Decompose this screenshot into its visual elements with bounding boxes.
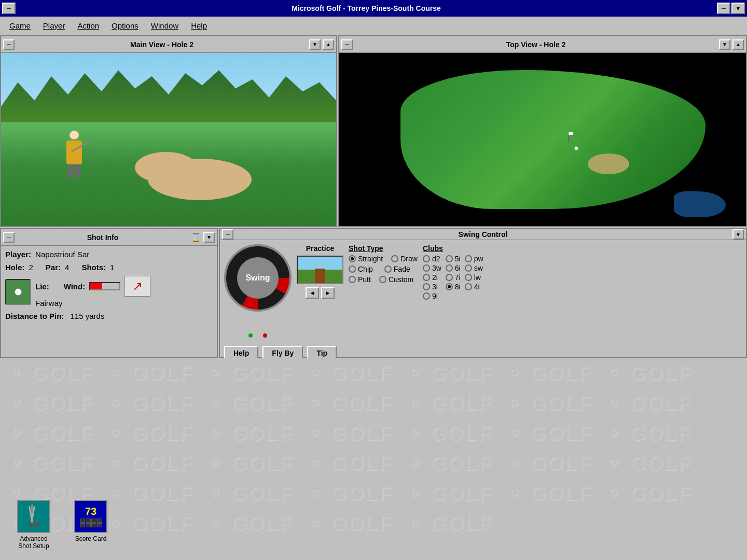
swing-indicator (248, 333, 267, 338)
radio-custom[interactable] (379, 276, 386, 283)
bg-word-20: ⚬ GOLF (499, 418, 598, 448)
swing-control-scroll-down[interactable]: ▼ (732, 229, 744, 240)
radio-d2[interactable] (423, 255, 430, 262)
radio-straight[interactable] (349, 255, 356, 262)
main-view-scroll-down[interactable]: ▼ (309, 39, 321, 50)
clubs-title: Clubs (423, 244, 483, 253)
label-9i: 9i (432, 292, 438, 300)
shot-type-section: Shot Type Straight Draw Chip Fade (349, 244, 418, 338)
top-view-scroll-down[interactable]: ▼ (719, 39, 730, 50)
bg-word-37: ⚬ GOLF (100, 508, 199, 538)
main-view-canvas[interactable] (1, 53, 336, 226)
desktop-icons: AdvancedShot Setup 73 Sc (10, 500, 114, 550)
top-view-canvas[interactable] (339, 53, 746, 226)
bg-word-11: ⚬ GOLF (299, 388, 399, 418)
lie-icon (5, 279, 31, 305)
bg-word-23: ⚬ GOLF (100, 448, 199, 478)
swing-control-title: Swing Control (236, 230, 730, 239)
maximize-button[interactable]: ▼ (731, 3, 745, 14)
label-pw: pw (474, 255, 483, 263)
hole-value: 2 (29, 263, 33, 272)
par-value: 4 (65, 263, 69, 272)
app-title: Microsoft Golf - Torrey Pines-South Cour… (16, 4, 717, 12)
radio-9i[interactable] (423, 292, 430, 300)
swing-dot-green (248, 333, 253, 338)
radio-8i[interactable] (446, 283, 453, 290)
label-d2: d2 (432, 255, 440, 263)
radio-7i[interactable] (446, 274, 453, 281)
radio-sw[interactable] (465, 264, 472, 272)
radio-row-putt-custom: Putt Custom (349, 275, 418, 284)
main-view-panel: ─ Main View - Hole 2 ▼ ▲ (0, 35, 337, 227)
radio-2i[interactable] (423, 274, 430, 281)
menu-game[interactable]: Game (4, 19, 36, 32)
top-view-scroll-up[interactable]: ▲ (732, 39, 744, 50)
label-3i: 3i (432, 283, 438, 291)
shot-info-scroll-down[interactable]: ▼ (203, 232, 215, 243)
practice-prev-button[interactable]: ◄ (306, 287, 319, 299)
practice-label: Practice (306, 244, 334, 253)
radio-4i[interactable] (465, 283, 472, 290)
label-custom: Custom (389, 275, 413, 284)
radio-lw[interactable] (465, 274, 472, 281)
ball-marker (574, 146, 578, 150)
radio-3i[interactable] (423, 283, 430, 290)
score-cell-7 (91, 523, 96, 527)
radio-3w[interactable] (423, 264, 430, 272)
swing-inner: Swing (237, 257, 279, 299)
background-area: ⚬ GOLF ⚬ GOLF ⚬ GOLF ⚬ GOLF ⚬ GOLF ⚬ GOL… (0, 358, 747, 560)
menu-window[interactable]: Window (146, 19, 184, 32)
club-6i-row: 6i (446, 264, 461, 272)
radio-pw[interactable] (465, 255, 472, 262)
bg-word-24: ⚬ GOLF (199, 448, 299, 478)
swing-circle[interactable]: Swing (224, 244, 292, 312)
bg-word-17: ⚬ GOLF (199, 418, 299, 448)
menu-options[interactable]: Options (106, 19, 144, 32)
top-view-panel: ─ Top View - Hole 2 ▼ ▲ (338, 35, 747, 227)
menu-help[interactable]: Help (186, 19, 212, 32)
bg-word-34: ⚬ GOLF (499, 478, 598, 508)
wind-bar (89, 282, 120, 290)
radio-row-straight-draw: Straight Draw (349, 255, 418, 263)
main-content: ─ Main View - Hole 2 ▼ ▲ (0, 35, 747, 560)
shot-setup-label: AdvancedShot Setup (18, 535, 49, 550)
radio-chip[interactable] (349, 265, 356, 273)
practice-next-button[interactable]: ► (321, 287, 335, 299)
svg-rect-3 (27, 523, 40, 526)
score-card-icon[interactable]: 73 Score Card (67, 500, 114, 550)
distance-label: Distance to Pin: (5, 312, 64, 320)
score-cell-2 (86, 519, 91, 523)
label-2i: 2i (432, 273, 438, 282)
shot-info-system-menu[interactable]: ─ (3, 232, 15, 243)
club-3i-row: 3i (423, 283, 441, 291)
radio-6i[interactable] (446, 264, 453, 272)
radio-putt[interactable] (349, 276, 356, 283)
main-view-scroll-up[interactable]: ▲ (323, 39, 334, 50)
minimize-button[interactable]: ─ (717, 3, 730, 14)
bg-word-5: ⚬ GOLF (399, 358, 499, 388)
label-3w: 3w (432, 264, 441, 272)
top-view-system-menu[interactable]: ─ (341, 39, 353, 50)
golfer-leg-right (75, 164, 80, 177)
system-menu-button[interactable]: ─ (2, 3, 16, 14)
main-view-system-menu[interactable]: ─ (3, 39, 15, 50)
swing-control-system-menu[interactable]: ─ (222, 229, 233, 240)
radio-draw[interactable] (391, 255, 398, 262)
menu-player[interactable]: Player (38, 19, 71, 32)
clubs-section: Clubs d2 5i pw (423, 244, 483, 338)
score-cell-6 (86, 523, 91, 527)
score-cell-1 (80, 519, 85, 523)
bg-word-22: ⚬ GOLF (0, 448, 100, 478)
bg-word-28: ⚬ GOLF (598, 448, 698, 478)
menu-action[interactable]: Action (72, 19, 104, 32)
shot-info-panel: ─ Shot Info ⌛ ▼ Player: Napostriouf Sar … (0, 228, 218, 358)
bottom-panels-row: ─ Shot Info ⌛ ▼ Player: Napostriouf Sar … (0, 228, 747, 358)
radio-fade[interactable] (384, 265, 392, 273)
radio-5i[interactable] (446, 255, 453, 262)
bg-word-31: ⚬ GOLF (199, 478, 299, 508)
advanced-shot-setup-icon[interactable]: AdvancedShot Setup (10, 500, 57, 550)
bg-word-39: ⚬ GOLF (299, 508, 399, 538)
wind-arrow-box: ↗ (125, 276, 150, 297)
course-map (400, 70, 706, 208)
bg-word-19: ⚬ GOLF (399, 418, 499, 448)
